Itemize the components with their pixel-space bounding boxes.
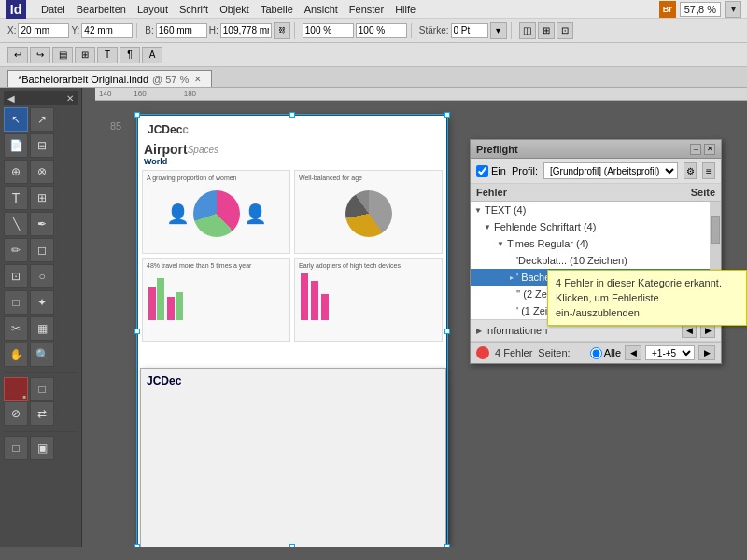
app-logo: Id (6, 0, 26, 19)
document-tab[interactable]: *Bachelorarbeit Original.indd @ 57 % ✕ (7, 70, 212, 87)
style-btn[interactable]: T (97, 47, 118, 63)
tools-panel-header[interactable]: ◀ ✕ (4, 91, 78, 105)
toolbar-icon-3[interactable]: ⊡ (557, 22, 573, 39)
normal-view-btn[interactable]: □ (4, 436, 28, 460)
content-collect-tool[interactable]: ⊕ (4, 160, 28, 184)
preflight-titlebar[interactable]: Preflight – ✕ (471, 140, 721, 159)
error-row-times-regular[interactable]: ▼ Times Regular (4) (471, 235, 721, 252)
para-btn[interactable]: ¶ (120, 47, 140, 63)
profile-menu-btn[interactable]: ≡ (702, 162, 715, 179)
expand-icon-text: ▼ (474, 206, 482, 215)
second-title: JCDec (147, 374, 440, 387)
zoom-display[interactable]: 57,8 % (680, 2, 721, 17)
hand-tool[interactable]: ✋ (4, 343, 28, 367)
toolbar-icon-1[interactable]: ◫ (519, 22, 536, 39)
chart-travel: 48% travel more than 5 times a year (142, 258, 290, 342)
gap-tool[interactable]: ⊟ (30, 133, 54, 158)
menu-bearbeiten[interactable]: Bearbeiten (77, 4, 126, 15)
chart-women-title: A growing proportion of women (147, 175, 286, 181)
constrain-proportions-btn[interactable]: ⛓ (274, 22, 290, 39)
char-btn[interactable]: A (142, 47, 162, 63)
page-column-header: Seite (678, 187, 715, 198)
error-text-times: Times Regular (4) (507, 238, 717, 249)
airport-title-2: Spaces (188, 145, 218, 155)
page-range-next[interactable]: ▶ (698, 345, 715, 360)
scissors-tool[interactable]: ✂ (4, 316, 28, 341)
tooltip-line-1: 4 Fehler in dieser Kategorie erkannt. (556, 275, 739, 290)
preflight-minimize-btn[interactable]: – (690, 144, 701, 155)
page-title-text: JCDec (148, 123, 182, 136)
pages-range-dropdown[interactable]: +1-+5 (645, 345, 695, 360)
tool-row-4: T ⊞ (4, 186, 78, 210)
page-tool[interactable]: 📄 (4, 133, 28, 158)
text-tool[interactable]: T (4, 186, 28, 210)
fill-none-btn[interactable]: ⊘ (4, 401, 28, 426)
gradient-tool[interactable]: ▦ (30, 316, 54, 341)
pencil-tool[interactable]: ✏ (4, 238, 28, 262)
transform-tool[interactable]: ✦ (30, 290, 54, 315)
menu-schrift[interactable]: Schrift (179, 4, 208, 15)
error-count-text: 4 Fehler (495, 347, 532, 358)
x-input[interactable] (18, 23, 69, 38)
menu-objekt[interactable]: Objekt (219, 4, 249, 15)
scrollbar-thumb[interactable] (711, 216, 720, 244)
eraser-tool[interactable]: ◻ (30, 238, 54, 262)
scale-y-input[interactable] (356, 23, 407, 38)
scale-x-input[interactable] (303, 23, 354, 38)
line-tool[interactable]: ╲ (4, 212, 28, 236)
menu-tabelle[interactable]: Tabelle (261, 4, 293, 15)
menu-ansicht[interactable]: Ansicht (304, 4, 338, 15)
tool-row-6: ✏ ◻ (4, 238, 78, 262)
rectangle-frame-tool[interactable]: ⊡ (4, 264, 28, 288)
stroke-color[interactable]: □ (30, 377, 54, 401)
tools-collapse-btn[interactable]: ◀ (7, 93, 15, 104)
tab-close-btn[interactable]: ✕ (194, 75, 202, 84)
stroke-dropdown[interactable]: ▾ (490, 22, 507, 39)
preview-view-btn[interactable]: ▣ (30, 436, 54, 460)
page-range-prev[interactable]: ◀ (625, 345, 641, 360)
errors-column-header: Fehler (476, 187, 678, 198)
menu-hilfe[interactable]: Hilfe (395, 4, 416, 15)
ein-checkbox[interactable] (476, 165, 488, 177)
frame-btn[interactable]: ⊞ (75, 47, 95, 63)
content-place-tool[interactable]: ⊗ (30, 160, 54, 184)
fill-color[interactable]: ■ (4, 377, 28, 401)
zoom-tool[interactable]: 🔍 (30, 343, 54, 367)
direct-select-tool[interactable]: ↗ (30, 107, 54, 132)
ellipse-frame-tool[interactable]: ○ (30, 264, 54, 288)
stroke-input[interactable] (451, 23, 488, 38)
profile-settings-btn[interactable]: ⚙ (684, 162, 697, 179)
profile-label: Profil: (512, 165, 538, 176)
rectangle-tool[interactable]: □ (4, 290, 28, 315)
b-input[interactable] (156, 23, 207, 38)
select-tool[interactable]: ↖ (4, 107, 28, 132)
menu-fenster[interactable]: Fenster (349, 4, 384, 15)
menu-datei[interactable]: Datei (41, 4, 65, 15)
undo-btn[interactable]: ↩ (7, 47, 28, 63)
menu-layout[interactable]: Layout (137, 4, 168, 15)
swap-colors-btn[interactable]: ⇄ (30, 401, 54, 426)
pages-radio-group: Alle (590, 347, 621, 359)
h-input[interactable] (220, 23, 272, 38)
br-icon[interactable]: Br (659, 1, 676, 18)
view-btn[interactable]: ▤ (52, 47, 73, 63)
redo-btn[interactable]: ↪ (30, 47, 50, 63)
preflight-close-btn[interactable]: ✕ (704, 144, 715, 155)
toolbar-icon-2[interactable]: ⊞ (538, 22, 555, 39)
error-row-missing-font[interactable]: ▼ Fehlende Schriftart (4) (471, 218, 721, 235)
table-tool[interactable]: ⊞ (30, 186, 54, 210)
error-list-header: Fehler Seite (471, 184, 721, 202)
zoom-dropdown[interactable]: ▾ (725, 1, 741, 18)
second-page: JCDec (140, 368, 446, 547)
charts-grid: A growing proportion of women 👤 👤 Well-b… (138, 166, 446, 345)
error-row-deckblatt[interactable]: ▸ 'Deckblat... (10 Zeichen) 1 (471, 252, 721, 269)
tools-expand-btn[interactable]: ✕ (66, 93, 74, 104)
canvas-area[interactable]: 140 160 180 85 JCDecc Airport Spaces W (82, 88, 747, 547)
all-pages-radio[interactable] (590, 347, 602, 359)
tab-zoom: @ 57 % (152, 74, 189, 85)
pen-tool[interactable]: ✒ (30, 212, 54, 236)
y-input[interactable] (81, 23, 133, 38)
profile-dropdown[interactable]: [Grundprofil] (Arbeitsprofil) (543, 162, 678, 179)
bar-group-2 (167, 292, 183, 320)
error-row-text[interactable]: ▼ TEXT (4) (471, 202, 721, 218)
